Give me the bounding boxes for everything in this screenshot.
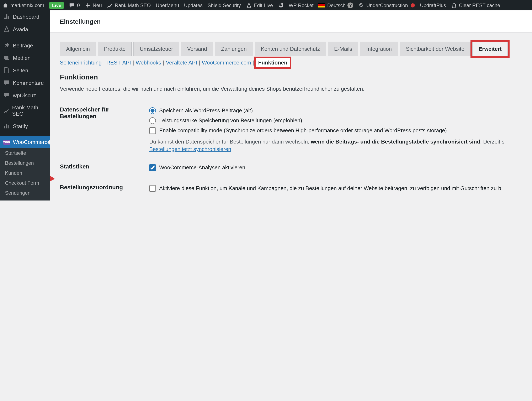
- subtab-funktionen[interactable]: Funktionen: [256, 58, 290, 67]
- sidebar-item-dashboard[interactable]: Dashboard: [0, 10, 50, 23]
- sidebar-sub-bestellungen[interactable]: Bestellungen: [0, 158, 50, 168]
- adminbar-wprocket[interactable]: WP Rocket: [289, 2, 314, 8]
- tab-versand[interactable]: Versand: [181, 42, 213, 56]
- settings-subtabs: Seiteneinrichtung|REST-API|Webhooks|Vera…: [60, 59, 522, 66]
- row-label-attribution: Bestellungszuordnung: [60, 178, 149, 199]
- sidebar-item-wpdiscuz[interactable]: wpDiscuz: [0, 89, 50, 102]
- adminbar-underconstruction[interactable]: UnderConstruction: [359, 2, 415, 8]
- sidebar-item-rank-math-seo[interactable]: Rank Math SEO: [0, 102, 50, 120]
- checkbox-row-stats[interactable]: WooCommerce-Analysen aktivieren: [149, 164, 522, 171]
- comment-icon: [69, 2, 75, 8]
- row-label-stats: Statistiken: [60, 157, 149, 178]
- checkbox-attribution[interactable]: [149, 185, 156, 192]
- adminbar-updates[interactable]: Updates: [184, 2, 203, 8]
- help-icon: ?: [348, 2, 354, 8]
- comment-icon: [3, 79, 10, 86]
- adminbar-comments[interactable]: 0: [69, 2, 80, 8]
- sidebar-item-woocommerce[interactable]: woo WooCommerce: [0, 136, 50, 148]
- sidebar-label: WooCommerce: [13, 139, 50, 145]
- comment-icon: [3, 92, 10, 99]
- subtab-webhooks[interactable]: Webhooks: [136, 59, 161, 66]
- sidebar-sub-startseite[interactable]: Startseite: [0, 148, 50, 158]
- sidebar-sub-kunden[interactable]: Kunden: [0, 168, 50, 178]
- sidebar-item-medien[interactable]: Medien: [0, 52, 50, 64]
- section-description: Verwende neue Features, die wir nach und…: [60, 86, 522, 92]
- dash-icon: [3, 13, 10, 20]
- admin-bar: marketmix.com Live 0 Neu Rank Math SEO U…: [0, 0, 532, 10]
- adminbar-shield[interactable]: Shield Security: [208, 2, 241, 8]
- tab-umsatzsteuer[interactable]: Umsatzsteuer: [133, 42, 179, 56]
- avada-icon: [3, 26, 10, 32]
- subtab-woocommercecom[interactable]: WooCommerce.com: [202, 59, 251, 66]
- refresh-icon: [278, 2, 284, 8]
- sidebar-submenu: StartseiteBestellungenKundenCheckout For…: [0, 148, 50, 200]
- subtab-veraltete-api[interactable]: Veraltete API: [166, 59, 197, 66]
- radio-posts[interactable]: [149, 107, 156, 114]
- adminbar-clearrest[interactable]: Clear REST cache: [451, 2, 500, 8]
- sidebar-sub-sendungen[interactable]: Sendungen: [0, 188, 50, 198]
- media-icon: [3, 54, 10, 61]
- tab-allgemein[interactable]: Allgemein: [60, 42, 96, 56]
- flag-de-icon: [319, 3, 325, 7]
- tab-erweitert[interactable]: Erweitert: [472, 42, 508, 56]
- row-label-datastore: Datenspeicher für Bestellungen: [60, 100, 149, 157]
- tab-zahlungen[interactable]: Zahlungen: [215, 42, 253, 56]
- sidebar-item-beiträge[interactable]: Beiträge: [0, 39, 50, 52]
- page-header: Einstellungen: [50, 10, 532, 33]
- sidebar-item-statify[interactable]: Statify: [0, 120, 50, 132]
- sidebar-item-avada[interactable]: Avada: [0, 23, 50, 35]
- checkbox-stats[interactable]: [149, 164, 156, 171]
- sidebar-item-kommentare[interactable]: Kommentare: [0, 77, 50, 89]
- tab-sichtbarkeit-der-website[interactable]: Sichtbarkeit der Website: [400, 42, 470, 56]
- subtab-rest-api[interactable]: REST-API: [106, 59, 131, 66]
- tab-produkte[interactable]: Produkte: [98, 42, 132, 56]
- page-title: Einstellungen: [60, 18, 522, 25]
- adminbar-rankmath[interactable]: Rank Math SEO: [107, 2, 151, 8]
- adminbar-updraft[interactable]: UpdraftPlus: [420, 2, 446, 8]
- checkbox-compat[interactable]: [149, 128, 156, 134]
- plus-icon: [85, 2, 91, 8]
- tab-e-mails[interactable]: E-Mails: [328, 42, 359, 56]
- callout-arrow-icon: [50, 169, 56, 184]
- radio-hpos[interactable]: [149, 117, 156, 124]
- adminbar-site[interactable]: marketmix.com: [2, 2, 44, 8]
- pin-icon: [3, 42, 10, 49]
- adminbar-editlive[interactable]: Edit Live: [246, 2, 273, 8]
- adminbar-language[interactable]: Deutsch?: [319, 2, 354, 8]
- trash-icon: [451, 2, 457, 8]
- sidebar-item-seiten[interactable]: Seiten: [0, 64, 50, 77]
- sync-orders-link[interactable]: Bestellungen jetzt synchronisieren: [149, 146, 231, 152]
- content-area: Einstellungen AllgemeinProdukteUmsatzste…: [50, 10, 532, 200]
- section-heading: Funktionen: [60, 73, 522, 82]
- checkbox-row-compat[interactable]: Enable compatibility mode (Synchronize o…: [149, 127, 522, 135]
- row-label-visibility: Site visibility badge: [60, 199, 149, 200]
- tab-integration[interactable]: Integration: [360, 42, 398, 56]
- chart-icon: [3, 107, 9, 114]
- bars-icon: [3, 123, 10, 129]
- subtab-seiteneinrichtung[interactable]: Seiteneinrichtung: [60, 59, 102, 66]
- avada-icon: [246, 2, 252, 8]
- adminbar-live-badge[interactable]: Live: [49, 2, 64, 8]
- adminbar-ubermenu[interactable]: UberMenu: [156, 2, 179, 8]
- sidebar-sub-checkout-form[interactable]: Checkout Form: [0, 178, 50, 188]
- radio-row-posts[interactable]: Speichern als WordPress-Beiträge (alt): [149, 107, 522, 114]
- admin-sidebar: DashboardAvada BeiträgeMedienSeitenKomme…: [0, 10, 50, 200]
- home-icon: [2, 2, 8, 8]
- woo-icon: woo: [3, 140, 10, 145]
- adminbar-new[interactable]: Neu: [85, 2, 102, 8]
- radio-row-hpos[interactable]: Leistungsstarke Speicherung von Bestellu…: [149, 117, 522, 124]
- checkbox-row-attribution[interactable]: Aktiviere diese Funktion, um Kanäle und …: [149, 185, 522, 192]
- sidebar-sub-retouren[interactable]: Retouren: [0, 198, 50, 200]
- settings-tabs: AllgemeinProdukteUmsatzsteuerVersandZahl…: [60, 41, 522, 56]
- gear-icon: [359, 2, 364, 8]
- page-icon: [3, 67, 10, 74]
- status-dot-icon: [411, 3, 415, 7]
- settings-form: Datenspeicher für Bestellungen Speichern…: [60, 100, 522, 200]
- tab-konten-und-datenschutz[interactable]: Konten und Datenschutz: [254, 42, 326, 56]
- chart-icon: [107, 2, 113, 8]
- datastore-note: Du kannst den Datenspeicher für Bestellu…: [149, 138, 522, 153]
- adminbar-refresh[interactable]: [278, 2, 284, 8]
